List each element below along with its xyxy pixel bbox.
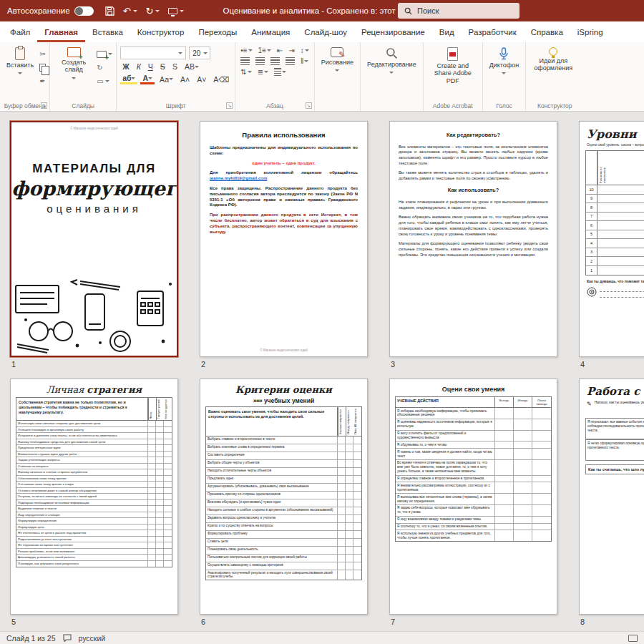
- align-text-button[interactable]: ≣: [256, 68, 270, 76]
- numbering-button[interactable]: 1≡: [257, 47, 273, 54]
- slide-heading: Как редактировать?: [399, 132, 548, 140]
- line-spacing-button[interactable]: ↕: [299, 47, 311, 54]
- search-input[interactable]: Поиск: [398, 3, 519, 19]
- tab-ispring[interactable]: iSpring: [570, 23, 610, 42]
- slide-number: 2: [200, 360, 368, 369]
- slide-cell-6: Критерии оценки »»»учебных умений Важно …: [200, 379, 368, 626]
- underline-button[interactable]: Ч: [146, 62, 155, 71]
- bullets-button[interactable]: •≡: [239, 47, 253, 54]
- autosave-toggle[interactable]: Автосохранение: [0, 0, 101, 21]
- cut-button[interactable]: ✂: [39, 49, 46, 59]
- text-direction-icon: ⇅: [240, 68, 246, 76]
- text-direction-button[interactable]: ⇅: [239, 68, 253, 76]
- align-left-button[interactable]: [239, 57, 251, 65]
- slide-thumbnail-5[interactable]: Личная стратегия Собственная стратегия в…: [10, 379, 178, 615]
- change-case-button[interactable]: Аа: [157, 75, 175, 84]
- cover-title-line3: оценивания: [11, 203, 177, 215]
- slide-thumbnail-1[interactable]: © Магазин педагогических идей МАТЕРИАЛЫ …: [10, 121, 178, 357]
- dialog-launcher-icon[interactable]: ↘: [41, 102, 47, 109]
- table-row: Задаю уточняющие вопросы: [16, 457, 172, 464]
- bullets-icon: •≡: [240, 47, 247, 54]
- slide-thumbnail-3[interactable]: Как редактировать? Все элементы материал…: [389, 121, 557, 357]
- section-heading: Пересказ: [580, 411, 644, 416]
- decrease-indent-button[interactable]: ⇤: [275, 47, 284, 54]
- table-row: Я собираю необходимую информацию, чтобы …: [396, 408, 551, 419]
- group-designer: Идеи для оформления Конструктор: [526, 42, 583, 111]
- slide-thumbnail-4[interactable]: Уровни Оцени свой уровень: школа – вопро…: [579, 121, 644, 357]
- column-header: Мне не удается: [164, 398, 172, 420]
- section-button[interactable]: ▭: [97, 76, 112, 87]
- toggle-knob: [75, 7, 83, 15]
- tab-slideshow[interactable]: Слайд-шоу: [297, 23, 354, 42]
- slide-thumbnail-2[interactable]: Правила использования Шаблоны предназнач…: [200, 121, 368, 357]
- table-row: Уступаю, если вся команда не согласна с …: [16, 494, 172, 500]
- columns-button[interactable]: ‖: [299, 57, 310, 65]
- start-slideshow-button[interactable]: [164, 0, 188, 21]
- slide-thumbnail-7[interactable]: Оцени свои умения УЧЕБНЫЕ ДЕЙСТВИЯ Всегд…: [389, 379, 557, 615]
- bold-button[interactable]: Ж: [120, 62, 132, 71]
- paste-button[interactable]: Вставить: [4, 45, 36, 79]
- language-indicator[interactable]: русский: [79, 634, 106, 643]
- highlight-color-button[interactable]: аб: [120, 74, 137, 84]
- group-voice: Диктофон Голос: [483, 42, 527, 111]
- copy-button[interactable]: [39, 62, 46, 73]
- table-row: Я обдумываю то, о чем я читаю: [396, 441, 551, 449]
- table-row: Во время чтения я отмечаю на полях каран…: [396, 460, 551, 476]
- create-pdf-button[interactable]: Create and Share Adobe PDF: [427, 45, 479, 87]
- search-placeholder: Поиск: [417, 6, 439, 15]
- column-header: Всегда: [495, 397, 514, 407]
- tab-transitions[interactable]: Переходы: [191, 23, 244, 42]
- slide-subtitle: »»»учебных умений: [200, 397, 367, 404]
- increase-indent-button[interactable]: ⇥: [287, 47, 296, 54]
- table-row: Я выписываю все непонятные мне слова (те…: [396, 494, 551, 505]
- font-color-button[interactable]: А: [140, 74, 155, 84]
- shrink-font-button[interactable]: А˅: [195, 75, 208, 84]
- new-slide-button[interactable]: Создать слайд: [54, 45, 94, 84]
- tab-developer[interactable]: Разработчик: [462, 23, 524, 42]
- font-name-select[interactable]: [120, 47, 186, 59]
- slide-thumbnail-8[interactable]: Работа с текстом ✎ Напиши, как ты оценив…: [579, 379, 644, 615]
- clear-formatting-button[interactable]: А⌫: [211, 75, 231, 84]
- tab-view[interactable]: Вид: [432, 23, 462, 42]
- comments-icon[interactable]: [63, 634, 72, 642]
- table-row: Нахожу сильные и слабые стороны аргумент…: [16, 469, 172, 476]
- tab-animations[interactable]: Анимация: [244, 23, 297, 42]
- tab-file[interactable]: Файл: [3, 23, 37, 42]
- editing-button[interactable]: Редактирование: [364, 45, 419, 78]
- table-row: 7: [586, 213, 644, 222]
- strikethrough-button[interactable]: S: [158, 62, 167, 71]
- tab-insert[interactable]: Вставка: [85, 23, 130, 42]
- italic-button[interactable]: К: [135, 62, 143, 71]
- align-center-button[interactable]: [254, 57, 266, 65]
- dialog-launcher-icon[interactable]: ↘: [226, 102, 233, 109]
- drawing-button[interactable]: Рисование: [318, 45, 356, 76]
- copyright-line: © Магазин педагогических идей: [11, 127, 177, 130]
- dictate-button[interactable]: Диктофон: [487, 45, 522, 79]
- reset-slide-button[interactable]: ↻: [97, 62, 112, 73]
- tab-review[interactable]: Рецензирование: [354, 23, 432, 42]
- align-right-button[interactable]: [269, 57, 281, 65]
- ribbon-tab-row: Файл Главная Вставка Конструктор Переход…: [0, 21, 644, 42]
- tab-home[interactable]: Главная: [37, 23, 85, 42]
- save-button[interactable]: [101, 0, 119, 21]
- table-row: Находить сильные и слабые стороны в аргу…: [206, 507, 361, 515]
- tab-design[interactable]: Конструктор: [130, 23, 192, 42]
- design-ideas-button[interactable]: Идеи для оформления: [530, 45, 577, 74]
- grow-font-button[interactable]: А˄: [178, 75, 192, 84]
- character-spacing-button[interactable]: АВ: [182, 62, 201, 71]
- group-drawing: Рисование: [315, 42, 361, 111]
- justify-button[interactable]: [284, 57, 296, 65]
- tab-help[interactable]: Справка: [524, 23, 570, 42]
- table-row: Предлагать идеи: [206, 476, 361, 484]
- table-header-row: УЧЕБНЫЕ ДЕЙСТВИЯ ВсегдаИногдаПочти никог…: [396, 397, 551, 408]
- undo-button[interactable]: ↶: [119, 0, 142, 21]
- slide-thumbnail-6[interactable]: Критерии оценки »»»учебных умений Важно …: [200, 379, 368, 615]
- format-painter-button[interactable]: ✒: [39, 76, 46, 87]
- text-shadow-button[interactable]: S: [170, 62, 180, 71]
- notes-icon[interactable]: [628, 635, 638, 642]
- layout-button[interactable]: [97, 49, 112, 59]
- convert-smartart-button[interactable]: [273, 68, 288, 76]
- font-size-select[interactable]: 20: [189, 47, 210, 59]
- dialog-launcher-icon[interactable]: ↘: [306, 102, 312, 109]
- redo-button[interactable]: ↻: [142, 0, 165, 21]
